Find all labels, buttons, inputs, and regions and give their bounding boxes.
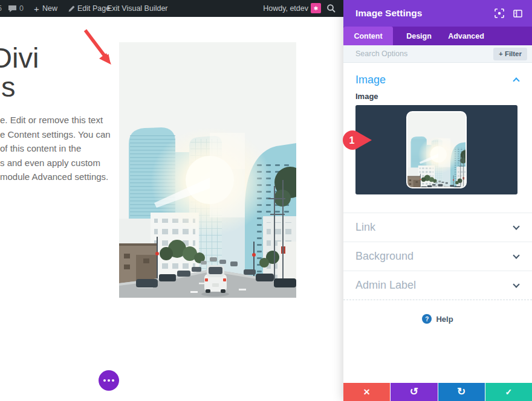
text-line: e Content settings. You can: [0, 127, 111, 142]
discard-button[interactable]: ✕: [343, 383, 390, 401]
dashed-divider: [343, 300, 532, 300]
image-upload-area[interactable]: [355, 105, 517, 194]
toggle-background-label: Background: [355, 250, 414, 263]
close-icon: ✕: [363, 387, 371, 397]
page-heading-line2[interactable]: s: [1, 70, 16, 103]
image-section-header[interactable]: Image: [343, 70, 532, 89]
chevron-down-icon: [513, 252, 519, 258]
text-line: module Advanced settings.: [0, 170, 111, 184]
city-street-image: [119, 42, 296, 298]
save-button[interactable]: ✓: [485, 383, 532, 401]
toggle-admin-label[interactable]: Admin Label: [343, 271, 532, 300]
expand-modal-icon[interactable]: [495, 8, 504, 18]
text-module[interactable]: e. Edit or remove this text e Content se…: [0, 113, 111, 184]
annotation-arrow-icon: [80, 27, 117, 68]
text-line: e. Edit or remove this text: [0, 113, 111, 127]
comments-icon[interactable]: [8, 0, 17, 17]
toggle-background[interactable]: Background: [343, 242, 532, 271]
search-options-input[interactable]: [355, 50, 493, 58]
exit-visual-builder-menu-item[interactable]: Exit Visual Builder: [107, 0, 168, 17]
chevron-down-icon: [513, 281, 519, 287]
search-options-bar: + Filter: [343, 45, 532, 63]
dot-icon: [108, 379, 110, 382]
plus-icon[interactable]: +: [34, 0, 39, 17]
toggle-link[interactable]: Link: [343, 213, 532, 242]
redo-icon: ↻: [457, 385, 465, 398]
redo-button[interactable]: ↻: [438, 383, 485, 401]
page-heading-line1[interactable]: Divi: [0, 41, 39, 74]
visual-builder-page: 5 0 + New Edit Page Exit Visual Builder …: [0, 0, 532, 401]
panel-header: Image Settings: [343, 0, 532, 27]
help-link[interactable]: ? Help: [343, 314, 532, 324]
option-toggles: Link Background Admin Label: [343, 213, 532, 300]
check-icon: ✓: [505, 387, 513, 397]
city-street-thumbnail-image: [407, 112, 467, 188]
help-label: Help: [436, 315, 453, 324]
image-field-label: Image: [355, 92, 378, 101]
undo-icon: ↺: [410, 385, 418, 398]
avatar[interactable]: ✱: [311, 3, 321, 13]
search-icon[interactable]: [326, 0, 336, 17]
toggle-link-label: Link: [355, 221, 375, 234]
new-menu-item[interactable]: New: [42, 0, 57, 17]
dot-icon: [103, 379, 106, 382]
step-marker: 1: [342, 127, 372, 153]
toggle-admin-label-label: Admin Label: [355, 279, 416, 292]
dock-panel-icon[interactable]: [513, 10, 522, 18]
page-settings-dots-button[interactable]: [99, 370, 119, 391]
pencil-icon[interactable]: [68, 0, 76, 17]
tab-advanced[interactable]: Advanced: [445, 27, 487, 45]
comments-count[interactable]: 0: [19, 0, 24, 17]
step-number: 1: [349, 135, 355, 146]
edit-page-menu-item[interactable]: Edit Page: [77, 0, 110, 17]
text-line: s and even apply custom: [0, 156, 111, 170]
howdy-account-label[interactable]: Howdy, etdev: [263, 0, 308, 17]
panel-title: Image Settings: [355, 8, 485, 19]
filter-button[interactable]: + Filter: [493, 48, 527, 60]
updates-count-clipped: 5: [0, 0, 2, 17]
image-module[interactable]: [119, 42, 296, 298]
help-question-icon: ?: [422, 314, 432, 324]
panel-footer: ✕ ↺ ↻ ✓: [343, 383, 532, 401]
tab-design[interactable]: Design: [393, 27, 445, 45]
image-section-title: Image: [355, 74, 386, 86]
chevron-up-icon: [513, 77, 519, 84]
image-settings-panel: Image Settings Content Design Advanced: [343, 0, 532, 401]
chevron-down-icon: [513, 223, 519, 229]
undo-button[interactable]: ↺: [391, 383, 437, 401]
dot-icon: [112, 379, 114, 382]
tab-content[interactable]: Content: [343, 27, 393, 45]
avatar-star-glyph: ✱: [314, 5, 319, 11]
image-thumbnail[interactable]: [406, 111, 467, 188]
text-line: of this content in the: [0, 141, 111, 156]
panel-tabs: Content Design Advanced: [343, 27, 532, 45]
